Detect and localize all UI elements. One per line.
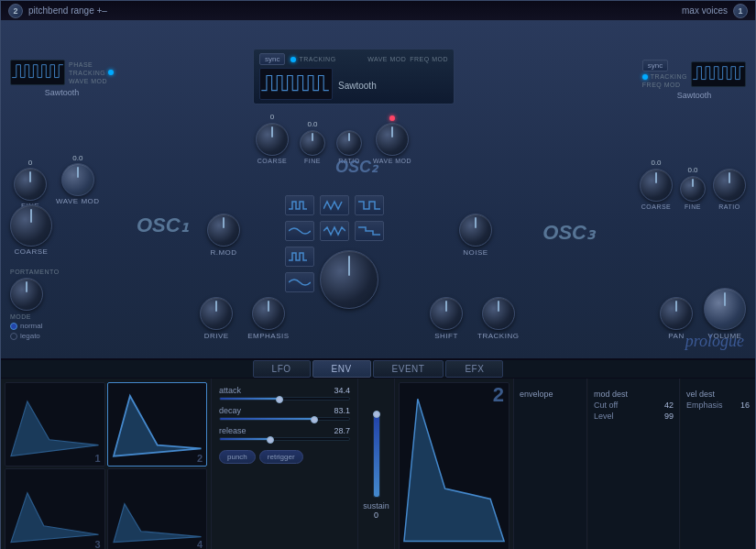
tab-lfo[interactable]: LFO <box>253 360 311 378</box>
osc3-sync-btn[interactable]: sync <box>642 60 668 71</box>
pan-label: PAN <box>668 332 684 340</box>
env-panel-1[interactable]: 1 <box>5 382 105 467</box>
mod-btn-1[interactable] <box>285 195 314 215</box>
tracking-label: TRACKING <box>477 332 519 340</box>
svg-marker-4 <box>404 399 504 541</box>
tracking-group: TRACKING <box>477 297 519 340</box>
pitchbend-badge[interactable]: 2 <box>8 4 23 18</box>
attack-label: attack <box>219 386 241 395</box>
pan-knob[interactable] <box>660 297 693 330</box>
mod-btn-2[interactable] <box>320 195 349 215</box>
shift-label: SHIFT <box>434 332 458 340</box>
mod-btn-5[interactable] <box>320 221 349 241</box>
drive-knob[interactable] <box>200 297 233 330</box>
osc2-wavemod-tab[interactable]: wave mod <box>367 56 406 62</box>
synth-main: phase tracking wave mod Sawtooth 0 FINE <box>1 21 755 360</box>
mod-btn-6[interactable] <box>355 221 384 241</box>
top-bar-right: max voices 1 <box>682 4 748 18</box>
volume-knob[interactable] <box>704 288 746 330</box>
osc1-coarse-val: 0 <box>28 159 32 167</box>
osc1-label-group: OSC₁ <box>137 214 189 237</box>
level-val: 99 <box>664 412 674 421</box>
center-main-knob-area <box>320 247 353 270</box>
env-panels: 1 2 3 4 <box>1 379 212 549</box>
portamento-normal-radio[interactable]: normal <box>10 322 60 330</box>
synth-container: 2 pitchbend range +– max voices 1 phase <box>0 0 756 549</box>
mod-dest-title: mod dest <box>594 390 628 399</box>
osc1-fine-knob[interactable] <box>14 168 47 201</box>
osc2-coarse-knob[interactable] <box>256 123 289 156</box>
sustain-section: sustain 0 <box>358 379 395 549</box>
env-panel-4[interactable]: 4 <box>107 468 208 549</box>
attack-slider[interactable] <box>219 397 350 401</box>
cutoff-val: 42 <box>664 401 674 410</box>
osc3-ratio-group: RATIO <box>713 169 746 210</box>
osc3-ratio-knob[interactable] <box>713 169 746 202</box>
env-num-1: 1 <box>94 453 100 464</box>
portamento-normal-label: normal <box>20 322 42 330</box>
osc2-sync-btn[interactable]: sync <box>259 53 285 65</box>
osc2-coarse-val: 0 <box>270 113 274 121</box>
rmod-noise-group: R.MOD <box>207 214 240 257</box>
osc1-coarse-group: 0 FINE <box>14 159 47 210</box>
osc2-wavemod-group: WAVE MOD <box>373 115 411 164</box>
osc1-waveform-display <box>10 60 65 85</box>
emphasis-knob[interactable] <box>252 297 285 330</box>
osc2-fine-knob[interactable] <box>300 130 325 156</box>
osc2-pink-dot <box>389 115 395 121</box>
mod-btn-3[interactable] <box>355 195 384 215</box>
osc2-wavemod-knob[interactable] <box>376 123 409 156</box>
osc3-coarse-knob[interactable] <box>640 169 673 202</box>
env-panel-3[interactable]: 3 <box>5 468 105 549</box>
osc2-label-group: OSC₂ <box>335 157 378 177</box>
rmod-knob[interactable] <box>207 214 240 247</box>
svg-marker-1 <box>113 396 201 456</box>
tab-event[interactable]: EVENT <box>373 360 444 378</box>
osc3-freqmod-tab[interactable]: freq mod <box>642 82 681 88</box>
osc3-tracking-led <box>642 74 648 80</box>
tab-env[interactable]: ENV <box>312 360 371 378</box>
portamento-legato-radio[interactable]: legato <box>10 332 60 340</box>
shift-knob[interactable] <box>430 297 463 330</box>
release-slider[interactable] <box>219 437 350 441</box>
punch-retrigger-row: punch retrigger <box>219 450 350 464</box>
drive-emphasis-group: DRIVE EMPHASIS <box>200 297 289 340</box>
osc3-coarse-label: COARSE <box>641 203 672 210</box>
sustain-slider-track[interactable] <box>373 415 380 498</box>
portamento-label: PORTAMENTO <box>10 269 60 275</box>
osc3-fine-knob[interactable] <box>680 176 706 202</box>
svg-marker-0 <box>11 401 99 456</box>
retrigger-btn[interactable]: retrigger <box>259 450 303 464</box>
release-row: release 28.7 <box>219 426 350 441</box>
tracking-knob[interactable] <box>482 297 515 330</box>
osc1-wavemod-knob[interactable] <box>61 163 94 196</box>
osc1-coarse-knob[interactable] <box>10 204 52 247</box>
osc3-coarse-val: 0.0 <box>651 159 661 167</box>
osc3-tracking-label: tracking <box>651 73 687 80</box>
decay-slider[interactable] <box>219 417 350 421</box>
osc1-label: OSC₁ <box>137 214 189 236</box>
portamento-group: PORTAMENTO MODE normal legato <box>10 269 60 340</box>
env-panel-2[interactable]: 2 <box>107 382 208 467</box>
osc3-waveform-display <box>691 61 746 87</box>
osc2-tracking-label: tracking <box>299 56 335 62</box>
release-val: 28.7 <box>334 426 350 435</box>
osc3-coarse-group: 0.0 COARSE <box>640 159 673 210</box>
osc3-fine-val: 0.0 <box>687 166 697 174</box>
mod-btn-4[interactable] <box>285 221 314 241</box>
portamento-mode-label: MODE <box>10 313 60 320</box>
osc2-freqmod-tab[interactable]: freq mod <box>410 56 448 62</box>
svg-marker-3 <box>113 504 201 543</box>
osc3-label: OSC₃ <box>542 221 595 244</box>
maxvoices-badge[interactable]: 1 <box>733 4 748 18</box>
env-num-3: 3 <box>94 539 100 549</box>
portamento-knob[interactable] <box>10 278 43 311</box>
punch-btn[interactable]: punch <box>219 450 256 464</box>
mod-btn-7[interactable] <box>285 247 314 267</box>
bottom-controls-row: PORTAMENTO MODE normal legato <box>10 269 746 340</box>
osc2-ratio-knob[interactable] <box>336 130 362 156</box>
emphasis-vel-label: Emphasis <box>686 401 723 410</box>
osc1-wavemod-tab[interactable]: wave mod <box>69 78 107 84</box>
tab-efx[interactable]: EFX <box>445 360 503 378</box>
emphasis-vel-row: Emphasis 16 <box>686 401 750 410</box>
